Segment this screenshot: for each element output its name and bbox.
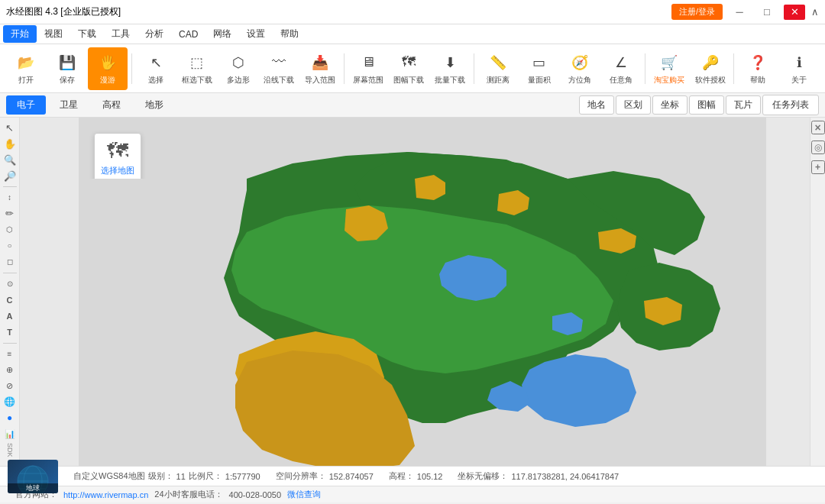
register-login-button[interactable]: 注册/登录 — [671, 4, 723, 20]
minimize-button[interactable]: ─ — [729, 5, 750, 20]
tab-terrain[interactable]: 地形 — [134, 95, 174, 115]
lt-add-tool[interactable]: ⊕ — [2, 363, 18, 376]
frame-select-button[interactable]: ⬚ 框选下载 — [177, 47, 217, 90]
tab-elevation[interactable]: 高程 — [92, 95, 131, 115]
lt-sep-3 — [3, 343, 17, 344]
globe-label: 地球 — [8, 483, 58, 493]
lt-pan-tool[interactable]: ✋ — [2, 137, 18, 150]
lt-blue-dot[interactable]: ● — [2, 411, 18, 425]
right-tabs-group: 地名 区划 坐标 图幅 瓦片 任务列表 — [579, 95, 819, 115]
software-auth-button[interactable]: 🔑 软件授权 — [691, 47, 730, 90]
select-button[interactable]: ↖ 选择 — [136, 47, 176, 90]
map-download-icon: 🗺 — [398, 52, 419, 73]
lt-crosshair-tool[interactable]: ⊙ — [2, 277, 18, 291]
batch-download-button[interactable]: ⬇ 批量下载 — [430, 47, 470, 90]
expand-button[interactable]: ∧ — [811, 6, 819, 18]
lt-polygon-tool[interactable]: ⬡ — [2, 223, 18, 237]
official-site-link[interactable]: http://www.rivermap.cn — [63, 490, 148, 499]
line-download-button[interactable]: 〰 沿线下载 — [259, 47, 299, 90]
help-button[interactable]: ❓ 帮助 — [738, 47, 778, 90]
map-download-button[interactable]: 🗺 图幅下载 — [390, 47, 429, 90]
maximize-button[interactable]: □ — [756, 5, 778, 20]
menu-item-help[interactable]: 帮助 — [273, 25, 306, 43]
zoom-in-button[interactable]: × — [811, 121, 825, 134]
tab-electronic[interactable]: 电子 — [6, 95, 46, 115]
map-canvas[interactable]: 🗺 选择地图 ▼ × ◎ + — [20, 118, 825, 466]
menu-item-start[interactable]: 开始 — [3, 25, 37, 43]
lt-chart-tool[interactable]: 📊 — [2, 427, 18, 441]
right-panel: × ◎ + — [810, 118, 825, 466]
globe-preview: 地球 — [8, 460, 58, 493]
zoom-plus-button[interactable]: + — [811, 160, 825, 174]
menu-item-settings[interactable]: 设置 — [239, 25, 273, 43]
lt-rect-tool[interactable]: ◻ — [2, 255, 18, 269]
level-label: 级别： — [148, 470, 173, 482]
support-phone: 400-028-0050 — [229, 490, 282, 499]
taobao-button[interactable]: 🛒 淘宝购买 — [649, 47, 689, 90]
bearing-button[interactable]: 🧭 方位角 — [561, 47, 600, 90]
wechat-label[interactable]: 微信查询 — [287, 489, 321, 500]
screen-range-button[interactable]: 🖥 屏幕范围 — [348, 47, 388, 90]
roam-button[interactable]: 🖐 漫游 — [88, 47, 128, 90]
menu-item-view[interactable]: 视图 — [37, 25, 70, 43]
zoom-circle-button[interactable]: ◎ — [811, 141, 825, 154]
coord-value: 117.81738281, 24.06417847 — [511, 472, 619, 481]
status-bar: 地球 自定义WGS84地图 级别： 11 比例尺： 1:577790 空间分辨率… — [0, 466, 825, 486]
roam-icon: 🖐 — [97, 52, 118, 73]
tab-coordinate[interactable]: 坐标 — [652, 95, 688, 115]
measure-dist-button[interactable]: 📏 测距离 — [478, 47, 518, 90]
coord-label: 坐标无偏移： — [458, 470, 508, 482]
lt-no-tool[interactable]: ⊘ — [2, 379, 18, 393]
measure-area-button[interactable]: ▭ 量面积 — [519, 47, 559, 90]
lt-zoom-out-tool[interactable]: 🔎 — [2, 169, 18, 183]
toolbar-sep-4 — [645, 53, 645, 84]
close-button[interactable]: ✕ — [784, 5, 805, 20]
coord-section: 坐标无偏移： 117.81738281, 24.06417847 — [458, 470, 619, 482]
toolbar-sep-1 — [131, 53, 132, 84]
left-toolbar: ↖ ✋ 🔍 🔎 ↕ ✏ ⬡ ○ ◻ ⊙ C A T ≡ ⊕ ⊘ 🌐 ● 📊 SD… — [0, 118, 20, 466]
app-title: 水经图图 4.3 [企业版已授权] — [6, 5, 121, 18]
measure-dist-icon: 📏 — [487, 52, 509, 73]
tab-placename[interactable]: 地名 — [579, 95, 614, 115]
lt-a-tool[interactable]: A — [2, 309, 18, 323]
lt-circle-tool[interactable]: ○ — [2, 239, 18, 253]
spatial-res-label: 空间分辨率： — [276, 470, 326, 482]
spatial-res-section: 空间分辨率： 152.874057 — [276, 470, 374, 482]
open-button[interactable]: 📂 打开 — [6, 47, 46, 90]
menu-item-network[interactable]: 网络 — [205, 25, 239, 43]
select-map-overlay-fo[interactable]: 🗺 选择地图 ▼ — [86, 125, 147, 179]
lt-sep-1 — [3, 186, 17, 187]
tab-satellite[interactable]: 卫星 — [49, 95, 89, 115]
help-icon: ❓ — [747, 52, 768, 73]
lt-c-tool[interactable]: C — [2, 293, 18, 307]
about-button[interactable]: ℹ 关于 — [779, 47, 819, 90]
task-angle-button[interactable]: ∠ 任意角 — [601, 47, 641, 90]
task-angle-icon: ∠ — [610, 52, 632, 73]
line-download-icon: 〰 — [268, 52, 290, 73]
import-range-button[interactable]: 📥 导入范围 — [300, 47, 340, 90]
map-type-tabs: 电子 卫星 高程 地形 — [6, 95, 174, 115]
polygon-button[interactable]: ⬡ 多边形 — [218, 47, 258, 90]
lt-draw-tool[interactable]: ✏ — [2, 207, 18, 221]
tab-maprange[interactable]: 图幅 — [689, 95, 724, 115]
lt-zoom-in-tool[interactable]: 🔍 — [2, 153, 18, 166]
lt-measure-tool[interactable]: ↕ — [2, 191, 18, 205]
measure-area-icon: ▭ — [529, 52, 550, 73]
screen-range-icon: 🖥 — [358, 52, 379, 73]
save-button[interactable]: 💾 保存 — [47, 47, 87, 90]
tab-division[interactable]: 区划 — [616, 95, 651, 115]
scale-label: 比例尺： — [189, 470, 222, 482]
bottom-bar: 官方网站： http://www.rivermap.cn 24小时客服电话： 4… — [0, 486, 825, 502]
lt-select-tool[interactable]: ↖ — [2, 121, 18, 134]
lt-t-tool[interactable]: T — [2, 325, 18, 339]
tab-tile[interactable]: 瓦片 — [726, 95, 761, 115]
menu-item-cad[interactable]: CAD — [171, 27, 205, 42]
menu-item-tools[interactable]: 工具 — [104, 25, 138, 43]
lt-globe-tool[interactable]: 🌐 — [2, 395, 18, 409]
menu-item-download[interactable]: 下载 — [70, 25, 104, 43]
menu-item-analysis[interactable]: 分析 — [138, 25, 171, 43]
task-list-button[interactable]: 任务列表 — [762, 95, 819, 115]
lt-grid-tool[interactable]: ≡ — [2, 347, 18, 360]
scale-value: 1:577790 — [225, 472, 260, 481]
elevation-label: 高程： — [389, 470, 414, 482]
